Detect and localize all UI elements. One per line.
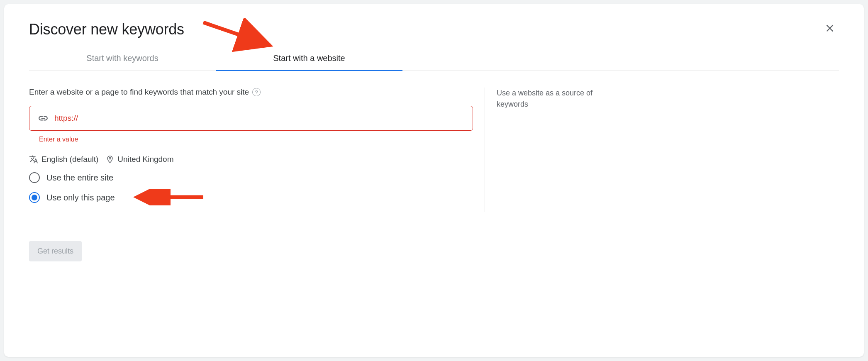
url-error-text: Enter a value: [39, 136, 473, 143]
radio-entire-site-label: Use the entire site: [46, 173, 113, 183]
keyword-planner-dialog: Discover new keywords Start with keyword…: [4, 4, 864, 357]
url-input-container[interactable]: [29, 106, 473, 131]
form-area: Enter a website or a page to find keywor…: [29, 88, 473, 212]
dialog-body: Enter a website or a page to find keywor…: [4, 71, 864, 212]
tab-start-website[interactable]: Start with a website: [216, 47, 402, 71]
close-icon: [824, 22, 836, 34]
dialog-footer: Get results: [4, 212, 864, 274]
language-selector[interactable]: English (default): [29, 155, 98, 164]
radio-entire-site[interactable]: Use the entire site: [29, 172, 473, 183]
dialog-header: Discover new keywords: [4, 4, 864, 39]
help-icon[interactable]: ?: [252, 88, 261, 96]
hint-text: Use a website as a source of keywords: [497, 88, 622, 110]
mode-tabs: Start with keywords Start with a website: [29, 47, 839, 71]
scope-radio-group: Use the entire site Use only this page: [29, 172, 473, 203]
radio-only-page-label: Use only this page: [46, 193, 115, 202]
location-selector[interactable]: United Kingdom: [106, 155, 173, 164]
locale-row: English (default) United Kingdom: [29, 155, 473, 164]
location-label: United Kingdom: [117, 155, 173, 164]
url-field-label: Enter a website or a page to find keywor…: [29, 88, 249, 97]
radio-checked-icon: [29, 192, 40, 203]
radio-only-page[interactable]: Use only this page: [29, 192, 473, 203]
close-button[interactable]: [821, 19, 839, 39]
get-results-button[interactable]: Get results: [29, 241, 82, 261]
dialog-title: Discover new keywords: [29, 21, 184, 38]
field-label-row: Enter a website or a page to find keywor…: [29, 88, 473, 97]
radio-unchecked-icon: [29, 172, 40, 183]
language-label: English (default): [41, 155, 98, 164]
url-input[interactable]: [54, 114, 464, 123]
location-icon: [106, 155, 114, 163]
link-icon: [38, 113, 49, 124]
translate-icon: [29, 155, 38, 164]
hint-sidebar: Use a website as a source of keywords: [485, 88, 622, 212]
tab-start-keywords[interactable]: Start with keywords: [29, 47, 216, 71]
